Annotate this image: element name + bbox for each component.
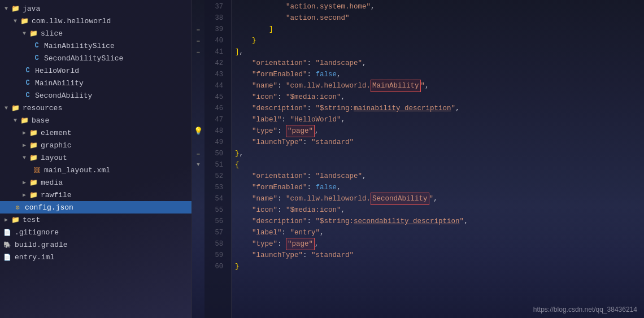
folder-icon: 📁 bbox=[28, 129, 38, 137]
sidebar-item-test[interactable]: ▶ 📁 test bbox=[0, 214, 192, 226]
bulb-icon-48[interactable]: 💡 bbox=[194, 127, 203, 136]
sidebar-item-layout[interactable]: ▼ 📁 layout bbox=[0, 151, 192, 164]
lnum-46: 46 bbox=[204, 103, 227, 114]
lnum-40: 40 bbox=[204, 35, 227, 46]
sidebar-item-base[interactable]: ▼ 📁 base bbox=[0, 114, 192, 127]
lnum-43: 43 bbox=[204, 69, 227, 80]
sidebar-item-media[interactable]: ▶ 📁 media bbox=[0, 176, 192, 189]
line-numbers: 37 38 39 40 41 42 43 44 45 46 47 48 49 5… bbox=[204, 0, 232, 318]
editor: ▬ ▬ ▬ 💡 ▬ ▼ bbox=[192, 0, 644, 318]
arrow-com-llw: ▼ bbox=[11, 18, 19, 24]
java-icon: C bbox=[32, 42, 42, 50]
code-lines: "action.system.home", "action.second" ] … bbox=[232, 0, 644, 318]
folder-icon: 📁 bbox=[28, 154, 38, 162]
fold-close-41[interactable]: ▬ bbox=[197, 49, 199, 55]
gutter-37 bbox=[192, 1, 204, 12]
lnum-58: 58 bbox=[204, 238, 227, 250]
code-line-46: "description": "$string:mainability_desc… bbox=[235, 103, 644, 114]
code-line-58: "type": "page", bbox=[235, 238, 644, 250]
sidebar-item-label: layout bbox=[41, 154, 67, 162]
sidebar-item-mainability[interactable]: C MainAbility bbox=[0, 77, 192, 89]
sidebar-item-java[interactable]: ▼ 📁 java bbox=[0, 2, 192, 15]
sidebar-item-build-gradle[interactable]: 🐘 build.gradle bbox=[0, 238, 192, 251]
arrow-base: ▼ bbox=[11, 117, 19, 124]
gitignore-icon: 📄 bbox=[2, 229, 12, 236]
code-line-59: "launchType": "standard" bbox=[235, 250, 644, 261]
lnum-44: 44 bbox=[204, 80, 227, 92]
folder-icon: 📁 bbox=[28, 191, 38, 199]
arrow-test: ▶ bbox=[2, 216, 10, 223]
sidebar-item-helloworld[interactable]: C HelloWorld bbox=[0, 64, 192, 77]
fold-open-51[interactable]: ▼ bbox=[197, 162, 199, 168]
lnum-39: 39 bbox=[204, 24, 227, 35]
fold-close-50[interactable]: ▬ bbox=[197, 151, 199, 156]
gradle-icon: 🐘 bbox=[2, 241, 12, 249]
java-icon: C bbox=[23, 92, 33, 99]
code-line-39: ] bbox=[235, 24, 644, 35]
folder-icon: 📁 bbox=[28, 29, 38, 38]
gutter-48: 💡 bbox=[192, 125, 204, 137]
code-line-48: "type": "page", bbox=[235, 125, 644, 137]
java-icon: C bbox=[23, 79, 33, 87]
folder-icon: 📁 bbox=[10, 104, 20, 112]
gutter-41: ▬ bbox=[192, 46, 204, 58]
lnum-38: 38 bbox=[204, 12, 227, 24]
gutter-42 bbox=[192, 58, 204, 69]
fold-close-40[interactable]: ▬ bbox=[197, 38, 199, 43]
lnum-49: 49 bbox=[204, 137, 227, 148]
iml-icon: 📄 bbox=[2, 254, 12, 261]
java-icon: C bbox=[23, 67, 33, 75]
sidebar-item-main-ability-slice[interactable]: C MainAbilitySlice bbox=[0, 40, 192, 52]
sidebar-item-entry-iml[interactable]: 📄 entry.iml bbox=[0, 251, 192, 263]
gutter-53 bbox=[192, 182, 204, 193]
lnum-54: 54 bbox=[204, 193, 227, 204]
gutter: ▬ ▬ ▬ 💡 ▬ ▼ bbox=[192, 0, 204, 318]
lnum-60: 60 bbox=[204, 261, 227, 272]
sidebar-item-config-json[interactable]: ⚙ config.json bbox=[0, 201, 192, 214]
gutter-38 bbox=[192, 12, 204, 24]
gutter-45 bbox=[192, 92, 204, 103]
sidebar-item-resources[interactable]: ▼ 📁 resources bbox=[0, 102, 192, 114]
code-line-37: "action.system.home", bbox=[235, 1, 644, 12]
lnum-41: 41 bbox=[204, 46, 227, 58]
lnum-45: 45 bbox=[204, 92, 227, 103]
code-line-44: "name": "com.llw.helloworld.MainAbility"… bbox=[235, 80, 644, 92]
sidebar-item-slice[interactable]: ▼ 📁 slice bbox=[0, 27, 192, 40]
sidebar-item-gitignore[interactable]: 📄 .gitignore bbox=[0, 226, 192, 238]
sidebar-item-second-ability-slice[interactable]: C SecondAbilitySlice bbox=[0, 52, 192, 64]
sidebar-item-com-llw[interactable]: ▼ 📁 com.llw.helloworld bbox=[0, 15, 192, 27]
sidebar-item-label: config.json bbox=[25, 203, 73, 212]
code-line-60: } bbox=[235, 261, 644, 272]
code-line-52: "orientation": "landscape", bbox=[235, 171, 644, 182]
gutter-39: ▬ bbox=[192, 24, 204, 35]
highlight-page-58: "page" bbox=[286, 238, 315, 250]
sidebar-item-label: MainAbility bbox=[35, 79, 84, 88]
arrow-graphic: ▶ bbox=[20, 142, 28, 149]
highlight-mainability: MainAbility bbox=[371, 80, 421, 92]
code-token: "action.system.home" bbox=[286, 1, 371, 12]
gutter-43 bbox=[192, 69, 204, 80]
lnum-48: 48 bbox=[204, 125, 227, 137]
xml-icon: 🖼 bbox=[32, 167, 42, 174]
arrow-media: ▶ bbox=[20, 179, 28, 186]
json-icon: ⚙ bbox=[12, 203, 23, 212]
sidebar-item-label: element bbox=[41, 129, 72, 137]
highlight-page-48: "page" bbox=[286, 125, 315, 137]
folder-icon: 📁 bbox=[10, 216, 20, 224]
folder-icon: 📁 bbox=[28, 141, 38, 150]
gutter-44 bbox=[192, 80, 204, 92]
code-token: "action.second" bbox=[286, 12, 350, 24]
gutter-40: ▬ bbox=[192, 35, 204, 46]
sidebar-item-label: MainAbilitySlice bbox=[44, 42, 115, 50]
gutter-60 bbox=[192, 261, 204, 272]
fold-close-39[interactable]: ▬ bbox=[197, 27, 199, 32]
sidebar-item-main-layout[interactable]: 🖼 main_layout.xml bbox=[0, 164, 192, 176]
gutter-57 bbox=[192, 227, 204, 238]
sidebar-item-element[interactable]: ▶ 📁 element bbox=[0, 127, 192, 139]
code-line-42: "orientation": "landscape", bbox=[235, 58, 644, 69]
sidebar-item-label: media bbox=[41, 178, 63, 187]
sidebar-item-graphic[interactable]: ▶ 📁 graphic bbox=[0, 139, 192, 151]
sidebar-item-label: build.gradle bbox=[15, 241, 68, 249]
sidebar-item-secondability[interactable]: C SecondAbility bbox=[0, 89, 192, 102]
sidebar-item-rawfile[interactable]: ▶ 📁 rawfile bbox=[0, 189, 192, 201]
